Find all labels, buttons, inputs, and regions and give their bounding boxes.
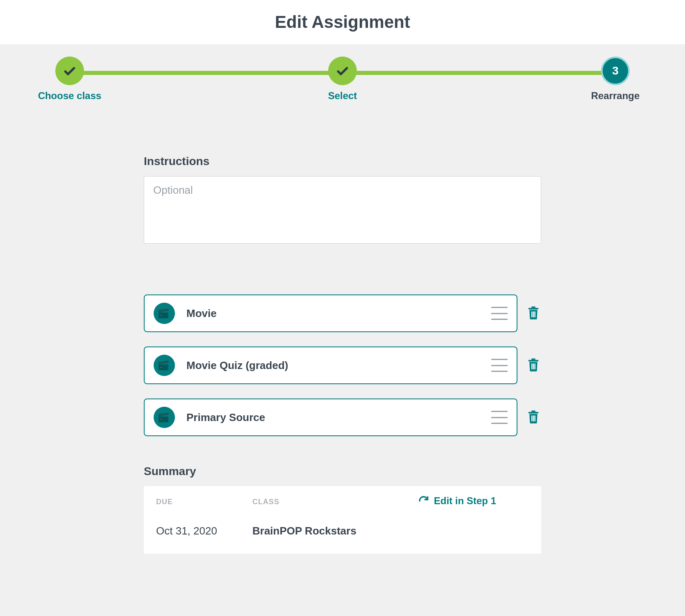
stepper: Choose class Select 3 Rearrange bbox=[33, 57, 652, 102]
page-title: Edit Assignment bbox=[0, 12, 685, 32]
movie-icon bbox=[154, 303, 175, 324]
summary-section: Summary DUE Oct 31, 2020 CLASS BrainPOP … bbox=[144, 465, 541, 554]
svg-rect-0 bbox=[159, 313, 168, 318]
activity-row: Primary Source bbox=[144, 399, 541, 436]
activity-card-movie-quiz[interactable]: Movie Quiz (graded) bbox=[144, 346, 517, 384]
instructions-input[interactable] bbox=[144, 176, 541, 244]
delete-button[interactable] bbox=[526, 356, 541, 375]
svg-rect-11 bbox=[528, 360, 538, 361]
svg-rect-15 bbox=[534, 363, 535, 369]
step-number: 3 bbox=[612, 64, 619, 77]
step-circle-completed bbox=[328, 57, 357, 85]
drag-handle-icon[interactable] bbox=[491, 411, 508, 424]
quiz-icon bbox=[154, 355, 175, 376]
activity-title: Primary Source bbox=[186, 411, 491, 424]
summary-due-header: DUE bbox=[156, 498, 236, 506]
svg-rect-8 bbox=[159, 365, 168, 370]
step-circle-completed bbox=[55, 57, 84, 85]
svg-marker-9 bbox=[158, 360, 169, 365]
svg-rect-16 bbox=[159, 417, 168, 422]
summary-card: DUE Oct 31, 2020 CLASS BrainPOP Rockstar… bbox=[144, 486, 541, 554]
edit-in-step-1-link[interactable]: Edit in Step 1 bbox=[418, 495, 496, 507]
activity-title: Movie Quiz (graded) bbox=[186, 359, 491, 372]
svg-rect-23 bbox=[534, 415, 535, 421]
clapper-icon bbox=[157, 306, 172, 321]
svg-rect-7 bbox=[534, 311, 535, 317]
trash-icon bbox=[527, 306, 540, 320]
clapper-icon bbox=[157, 410, 172, 425]
svg-rect-5 bbox=[531, 311, 532, 317]
edit-link-label: Edit in Step 1 bbox=[434, 495, 496, 507]
svg-rect-19 bbox=[528, 412, 538, 413]
clapper-icon bbox=[157, 358, 172, 373]
trash-icon bbox=[527, 358, 540, 372]
svg-rect-14 bbox=[533, 363, 534, 369]
summary-due-value: Oct 31, 2020 bbox=[156, 525, 236, 537]
activity-row: Movie bbox=[144, 294, 541, 332]
summary-due-column: DUE Oct 31, 2020 bbox=[156, 498, 236, 537]
activity-list: Movie bbox=[144, 294, 541, 436]
trash-icon bbox=[527, 410, 540, 424]
svg-rect-6 bbox=[533, 311, 534, 317]
svg-rect-13 bbox=[531, 363, 532, 369]
summary-class-header: CLASS bbox=[252, 498, 356, 506]
step-label: Choose class bbox=[38, 90, 102, 102]
step-rearrange[interactable]: 3 Rearrange bbox=[578, 57, 652, 102]
primary-source-icon bbox=[154, 407, 175, 428]
svg-rect-20 bbox=[531, 410, 535, 412]
drag-handle-icon[interactable] bbox=[491, 359, 508, 372]
page-header: Edit Assignment bbox=[0, 0, 685, 44]
svg-rect-21 bbox=[531, 415, 532, 421]
drag-handle-icon[interactable] bbox=[491, 307, 508, 320]
step-label: Select bbox=[328, 90, 357, 102]
svg-marker-1 bbox=[158, 308, 169, 313]
svg-marker-17 bbox=[158, 412, 169, 417]
activity-card-movie[interactable]: Movie bbox=[144, 294, 517, 332]
activity-row: Movie Quiz (graded) bbox=[144, 346, 541, 384]
svg-rect-22 bbox=[533, 415, 534, 421]
delete-button[interactable] bbox=[526, 408, 541, 427]
step-label: Rearrange bbox=[591, 90, 640, 102]
summary-class-value: BrainPOP Rockstars bbox=[252, 525, 356, 537]
summary-label: Summary bbox=[144, 465, 541, 478]
instructions-label: Instructions bbox=[144, 155, 541, 168]
stepper-container: Choose class Select 3 Rearrange bbox=[0, 44, 685, 102]
check-icon bbox=[63, 64, 76, 77]
delete-button[interactable] bbox=[526, 304, 541, 323]
content-area: Instructions Movie bbox=[144, 102, 541, 570]
activity-card-primary-source[interactable]: Primary Source bbox=[144, 399, 517, 436]
svg-rect-12 bbox=[531, 358, 535, 360]
step-choose-class[interactable]: Choose class bbox=[33, 57, 107, 102]
check-icon bbox=[336, 64, 349, 77]
refresh-icon bbox=[418, 496, 429, 506]
step-select[interactable]: Select bbox=[306, 57, 379, 102]
step-circle-active: 3 bbox=[601, 57, 630, 85]
summary-class-column: CLASS BrainPOP Rockstars bbox=[252, 498, 356, 537]
activity-title: Movie bbox=[186, 307, 491, 320]
svg-rect-3 bbox=[528, 308, 538, 309]
svg-rect-4 bbox=[531, 306, 535, 308]
